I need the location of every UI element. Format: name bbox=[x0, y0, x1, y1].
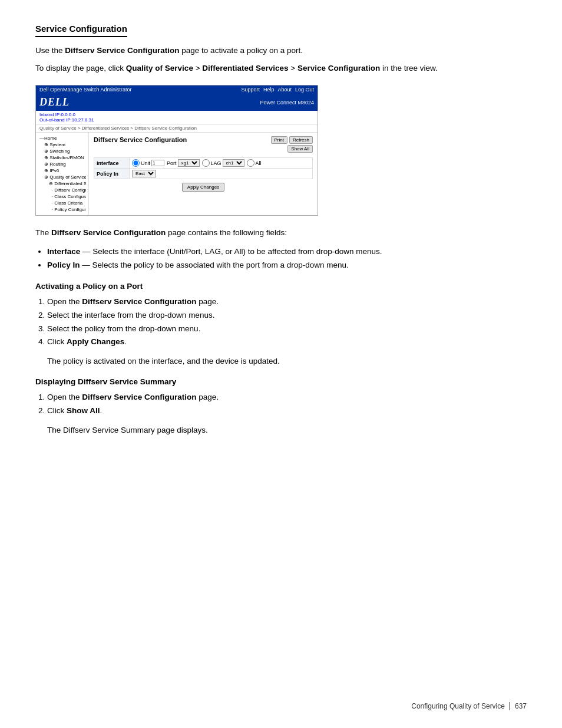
sidebar-item-class-config[interactable]: ⋅ Class Configuration bbox=[38, 193, 86, 200]
page-title: Service Configuration bbox=[35, 24, 127, 37]
page-number: 637 bbox=[515, 702, 527, 710]
section1-step1: Open the Diffserv Service Configuration … bbox=[47, 295, 527, 309]
main-area: —Home ⊕ System ⊕ Switching ⊕ Statistics/… bbox=[36, 133, 318, 215]
policy-row: Policy In East bbox=[94, 169, 313, 179]
oob-ip: Out-of-band IP:10.27.8.31 bbox=[39, 117, 94, 123]
panel-title: Diffserv Service Configuration bbox=[94, 136, 187, 143]
interface-row: Interface Unit Port bbox=[94, 158, 313, 169]
policy-select[interactable]: East bbox=[132, 170, 156, 177]
unit-input[interactable] bbox=[151, 160, 164, 166]
policy-control: East bbox=[130, 169, 313, 179]
port-select[interactable]: xg1 bbox=[178, 159, 200, 167]
interface-controls: Unit Port xg1 bbox=[130, 158, 313, 169]
sidebar-item-policy-config[interactable]: ⋅ Policy Configuration bbox=[38, 206, 86, 213]
panel-header: Diffserv Service Configuration Print Ref… bbox=[94, 136, 313, 153]
fields-intro: The Diffserv Service Configuration page … bbox=[35, 226, 527, 239]
section1-step3: Select the policy from the drop-down men… bbox=[47, 322, 527, 336]
logout-link[interactable]: Log Out bbox=[295, 87, 314, 93]
section2-step2: Click Show All. bbox=[47, 404, 527, 418]
sidebar-item-diffserv-config[interactable]: ⋅ Diffserv Configuration bbox=[38, 187, 86, 193]
section1-note: The policy is activated on the interface… bbox=[47, 355, 527, 368]
help-link[interactable]: Help bbox=[263, 87, 275, 93]
sidebar-item-class-criteria[interactable]: ⋅ Class Criteria bbox=[38, 200, 86, 206]
policy-label: Policy In bbox=[94, 169, 130, 179]
about-link[interactable]: About bbox=[277, 87, 292, 93]
inband-ip: Inband IP:0.0.0.0 bbox=[39, 112, 75, 117]
lag-label: LAG bbox=[211, 160, 222, 166]
footer-label: Configuring Quality of Service bbox=[411, 702, 505, 710]
port-label: Port bbox=[167, 160, 177, 166]
lag-radio-group: LAG ch1 bbox=[202, 159, 244, 167]
showall-button[interactable]: Show All bbox=[287, 145, 313, 153]
fields-list: Interface — Selects the interface (Unit/… bbox=[47, 245, 527, 272]
section1-title: Activating a Policy on a Port bbox=[35, 282, 527, 291]
port-group: Port xg1 bbox=[167, 159, 200, 167]
sidebar-item-switching[interactable]: ⊕ Switching bbox=[38, 148, 86, 154]
sidebar-item-system[interactable]: ⊕ System bbox=[38, 141, 86, 148]
sidebar-item-stats[interactable]: ⊕ Statistics/RMON bbox=[38, 154, 86, 161]
top-btn-row: Print Refresh bbox=[271, 136, 313, 144]
dell-logo: DELL bbox=[39, 96, 70, 108]
refresh-button[interactable]: Refresh bbox=[289, 136, 313, 144]
sidebar-item-ipv6[interactable]: ⊕ IPv6 bbox=[38, 167, 86, 174]
apply-changes-button[interactable]: Apply Changes bbox=[182, 183, 224, 192]
sidebar-item-home[interactable]: —Home bbox=[38, 135, 86, 141]
content-panel: Diffserv Service Configuration Print Ref… bbox=[89, 133, 318, 215]
all-label: All bbox=[256, 160, 262, 166]
sidebar-item-qos[interactable]: ⊕ Quality of Service bbox=[38, 174, 86, 180]
all-radio-group: All bbox=[247, 159, 262, 167]
field-interface-desc: Interface — Selects the interface (Unit/… bbox=[47, 245, 527, 259]
section2-steps: Open the Diffserv Service Configuration … bbox=[47, 391, 527, 418]
description-2: To display the page, click Quality of Se… bbox=[35, 62, 527, 75]
nav-links: Support Help About Log Out bbox=[241, 87, 314, 93]
print-button[interactable]: Print bbox=[271, 136, 287, 144]
sidebar-item-diffserv[interactable]: ⊖ Differentiated Services bbox=[38, 180, 86, 187]
lag-select[interactable]: ch1 bbox=[223, 159, 244, 167]
section1-step2: Select the interface from the drop-down … bbox=[47, 309, 527, 322]
section2-title: Displaying Diffserv Service Summary bbox=[35, 377, 527, 386]
sidebar: —Home ⊕ System ⊕ Switching ⊕ Statistics/… bbox=[36, 133, 89, 215]
footer-divider bbox=[510, 702, 510, 710]
page-footer: Configuring Quality of Service 637 bbox=[411, 702, 527, 710]
lag-radio[interactable] bbox=[202, 159, 210, 167]
section1-step4: Click Apply Changes. bbox=[47, 335, 527, 349]
ip-info: Inband IP:0.0.0.0 Out-of-band IP:10.27.8… bbox=[36, 111, 318, 124]
description-1: Use the Diffserv Service Configuration p… bbox=[35, 44, 527, 57]
section2-step1: Open the Diffserv Service Configuration … bbox=[47, 391, 527, 404]
app-title: Dell OpenManage Switch Administrator bbox=[39, 87, 132, 93]
screenshot-frame: Dell OpenManage Switch Administrator Sup… bbox=[35, 85, 318, 216]
device-name: Power Connect M8024 bbox=[260, 100, 314, 106]
top-bar: Dell OpenManage Switch Administrator Sup… bbox=[36, 85, 318, 94]
sidebar-item-routing[interactable]: ⊕ Routing bbox=[38, 161, 86, 167]
section1-steps: Open the Diffserv Service Configuration … bbox=[47, 295, 527, 350]
unit-radio[interactable] bbox=[132, 159, 140, 167]
logo-row: DELL Power Connect M8024 bbox=[36, 94, 318, 111]
section2-note: The Diffserv Service Summary page displa… bbox=[47, 424, 527, 437]
unit-radio-group: Unit bbox=[132, 159, 164, 167]
field-policy-desc: Policy In — Selects the policy to be ass… bbox=[47, 259, 527, 272]
config-form: Interface Unit Port bbox=[94, 157, 313, 179]
interface-label: Interface bbox=[94, 158, 130, 169]
breadcrumb: Quality of Service > Differentiated Serv… bbox=[36, 124, 318, 133]
page-container: Service Configuration Use the Diffserv S… bbox=[35, 24, 527, 436]
support-link[interactable]: Support bbox=[241, 87, 260, 93]
unit-label: Unit bbox=[141, 160, 150, 166]
button-group: Print Refresh Show All bbox=[271, 136, 313, 153]
all-radio[interactable] bbox=[247, 159, 254, 167]
